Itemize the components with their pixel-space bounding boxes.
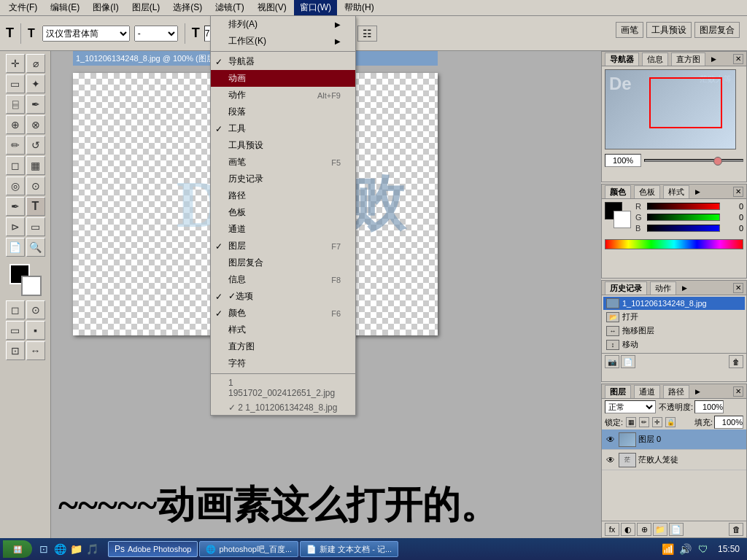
menu-info-item[interactable]: 信息 F8 [211,271,355,288]
menu-layers-item[interactable]: ✓ 图层 F7 [211,238,355,254]
menu-paths-item[interactable]: 路径 [211,187,355,204]
menu-styles-item[interactable]: 样式 [211,322,355,338]
lasso-tool[interactable]: ⌀ [26,54,45,73]
navigator-viewport-box[interactable] [649,77,722,128]
taskbar-icon-folder[interactable]: 📁 [69,542,83,556]
history-close-button[interactable]: ✕ [733,283,743,293]
zoom-slider-thumb[interactable] [713,157,722,166]
bg-swatch[interactable] [614,211,631,228]
delete-layer-button[interactable]: 🗑 [729,523,743,536]
add-mask-button[interactable]: ◐ [621,523,635,536]
gradient-tool[interactable]: ▦ [26,156,45,175]
start-button[interactable]: 🪟 [3,540,32,558]
eyedropper-tool[interactable]: ✒ [26,95,45,114]
tool-presets-button[interactable]: 工具预设 [646,22,692,38]
heal-tool[interactable]: ⊕ [6,115,25,134]
color-expand-icon[interactable]: ▶ [692,187,703,197]
notes-tool[interactable]: 📄 [6,238,25,257]
eraser-tool[interactable]: ◻ [6,156,25,175]
taskbar-antivirus-icon[interactable]: 🛡 [696,542,711,556]
extra-tool[interactable]: ↔ [26,341,45,360]
menu-paragraph-item[interactable]: 段落 [211,104,355,120]
menu-file1[interactable]: 1 1951702_002412651_2.jpg [211,376,355,400]
text-palettes-button[interactable]: ☷ [357,26,377,42]
tab-histogram[interactable]: 直方图 [671,52,705,66]
taskbar-network-icon[interactable]: 📶 [661,542,676,556]
quick-mask-mode[interactable]: ⊙ [26,300,45,319]
blend-mode-select[interactable]: 正常 [605,400,656,413]
menu-window[interactable]: 窗口(W) [294,0,337,15]
menu-select[interactable]: 选择(S) [167,0,208,15]
menu-brushes-item[interactable]: 画笔 F5 [211,154,355,171]
layer-visibility-1[interactable]: 👁 [605,454,616,466]
tab-history[interactable]: 历史记录 [605,281,647,295]
history-item-1[interactable]: 📂 打开 [603,310,745,324]
tab-layers[interactable]: 图层 [605,385,631,398]
menu-options-item[interactable]: ✓ ✓选项 [211,288,355,305]
layer-comps-button[interactable]: 图层复合 [694,22,740,38]
tab-color[interactable]: 颜色 [605,185,631,198]
menu-edit[interactable]: 编辑(E) [44,0,85,15]
blue-slider[interactable] [647,225,720,232]
path-select-tool[interactable]: ⊳ [6,217,25,236]
layer-item-1[interactable]: 👁 茫 茫败人笼徒 [602,450,746,470]
crop-tool[interactable]: ⌸ [6,95,25,114]
menu-view[interactable]: 视图(V) [252,0,293,15]
layers-close-button[interactable]: ✕ [733,386,743,397]
red-slider[interactable] [647,203,720,210]
menu-navigator-item[interactable]: ✓ 导航器 [211,53,355,70]
new-layer-button[interactable]: 📄 [669,523,684,536]
taskbar-browser-button[interactable]: 🌐 photoshop吧_百度... [199,541,298,557]
layer-style-button[interactable]: fx [605,523,619,536]
menu-arrange[interactable]: 排列(A) ▶ [211,16,355,33]
new-snapshot-button[interactable]: 📷 [605,355,619,368]
history-item-2[interactable]: ↔ 拖移图层 [603,324,745,338]
lock-transparent-button[interactable]: ▦ [626,417,636,427]
brushes-button[interactable]: 画笔 [616,22,643,38]
font-style-select[interactable]: - [134,26,178,42]
move-tool[interactable]: ✛ [6,54,25,73]
standard-mode[interactable]: ◻ [6,300,25,319]
menu-character-item[interactable]: 字符 [211,355,355,372]
tab-info[interactable]: 信息 [642,52,668,66]
menu-histogram-item[interactable]: 直方图 [211,338,355,355]
tab-actions[interactable]: 动作 [650,281,676,295]
pen-tool[interactable]: ✒ [6,197,25,216]
menu-tools-item[interactable]: ✓ 工具 [211,120,355,137]
menu-animation-item[interactable]: 动画 [211,70,355,87]
menu-help[interactable]: 帮助(H) [338,0,380,15]
dodge-tool[interactable]: ⊙ [26,176,45,195]
taskbar-icon-media[interactable]: 🎵 [85,542,99,556]
color-spectrum[interactable] [605,239,743,249]
tab-paths[interactable]: 路径 [663,385,689,398]
new-group-button[interactable]: 📁 [653,523,667,536]
tab-channels[interactable]: 通道 [634,385,660,398]
screen-mode2[interactable]: ▪ [26,321,45,340]
taskbar-sound-icon[interactable]: 🔊 [678,542,693,556]
taskbar-icon-show-desktop[interactable]: ⊡ [36,542,51,556]
tab-swatches[interactable]: 色板 [634,185,660,198]
history-item-0[interactable]: 1_101206134248_8.jpg [603,297,745,310]
menu-image[interactable]: 图像(I) [87,0,124,15]
lock-all-button[interactable]: 🔒 [665,417,676,427]
shape-tool[interactable]: ▭ [26,217,45,236]
screen-mode3[interactable]: ⊡ [6,341,25,360]
quick-select-tool[interactable]: ✦ [26,74,45,93]
layer-item-0[interactable]: 👁 图层 0 [602,429,746,450]
fill-input[interactable] [714,416,743,429]
menu-channels-item[interactable]: 通道 [211,221,355,238]
green-slider[interactable] [647,214,720,221]
zoom-input[interactable] [605,154,641,167]
text-tool[interactable]: T [26,197,45,216]
navigator-expand-icon[interactable]: ▶ [708,54,719,64]
opacity-input[interactable] [694,400,724,413]
color-close-button[interactable]: ✕ [733,187,743,197]
delete-history-button[interactable]: 🗑 [729,355,743,368]
taskbar-photoshop-button[interactable]: Ps Adobe Photoshop [108,541,198,557]
navigator-close-button[interactable]: ✕ [733,54,743,64]
layer-visibility-0[interactable]: 👁 [605,434,616,446]
menu-file2[interactable]: ✓ 2 1_101206134248_8.jpg [211,400,355,415]
menu-layer[interactable]: 图层(L) [126,0,166,15]
clone-tool[interactable]: ⊗ [26,115,45,134]
taskbar-notepad-button[interactable]: 📄 新建 文本文档 - 记... [300,541,398,557]
